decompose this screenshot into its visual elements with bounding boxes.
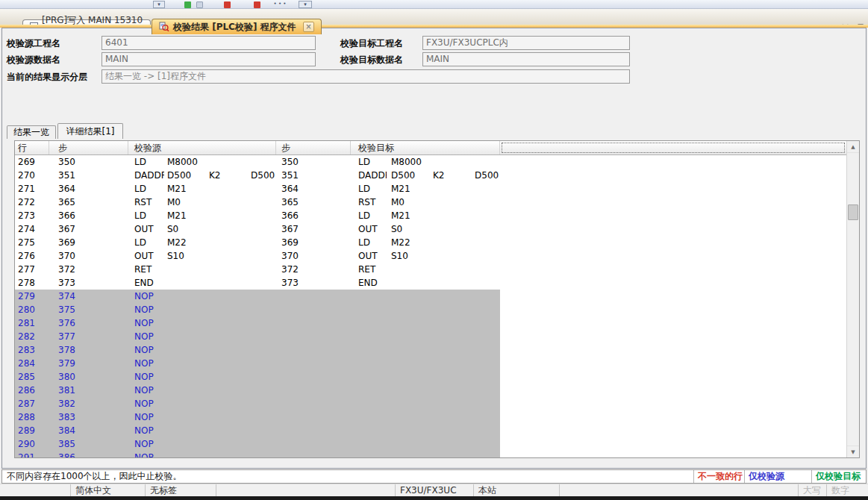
tgt-data-field[interactable]: MAIN: [422, 52, 630, 66]
source-operand: [206, 330, 248, 343]
target-operand: K2: [428, 169, 470, 182]
source-operand: [206, 370, 248, 384]
run-icon[interactable]: [184, 1, 191, 8]
table-row[interactable]: 290 385 NOP: [15, 437, 846, 451]
row-line-number: 275: [15, 236, 49, 249]
dropdown-arrow-icon[interactable]: ▾: [299, 1, 312, 8]
vertical-scrollbar[interactable]: ▲ ▼: [846, 141, 859, 457]
target-operand: [387, 451, 428, 457]
table-row[interactable]: 276 370 OUT S10 370 OUT S10: [15, 249, 846, 263]
table-row[interactable]: 274 367 OUT S0 367 OUT S0: [15, 222, 846, 236]
target-instruction: [351, 370, 387, 384]
table-row[interactable]: 270 351 DADDP D500 K2 D500 351 DADDP D50…: [15, 169, 846, 182]
source-instruction: OUT: [128, 249, 164, 263]
source-step: 374: [49, 290, 128, 303]
target-step: 366: [276, 209, 351, 222]
target-instruction: [351, 357, 387, 370]
source-step: 366: [49, 209, 128, 222]
target-operand: [428, 182, 470, 196]
target-operand: [428, 290, 470, 303]
target-operand: [387, 290, 428, 303]
row-line-number: 284: [15, 357, 49, 370]
scroll-up-icon[interactable]: ▲: [847, 141, 859, 153]
table-row[interactable]: 282 377 NOP: [15, 330, 846, 343]
row-filler: [500, 330, 846, 343]
row-filler: [500, 290, 846, 303]
tgt-project-field[interactable]: FX3U/FX3UCPLC内: [422, 36, 630, 50]
dropdown-arrow-icon[interactable]: ▾: [153, 1, 165, 8]
source-operand: [206, 249, 248, 263]
source-step: 376: [49, 316, 128, 330]
target-operand: [470, 384, 500, 397]
source-operand: [248, 397, 276, 410]
tab-label: 校验结果 [PLC校验] 程序文件: [173, 21, 296, 34]
scroll-down-icon[interactable]: ▼: [847, 446, 859, 457]
source-operand: [206, 209, 248, 222]
table-row[interactable]: 271 364 LD M21 364 LD M21: [15, 182, 846, 196]
source-step: 380: [49, 370, 128, 384]
table-row[interactable]: 288 383 NOP: [15, 410, 846, 424]
source-instruction: NOP: [128, 384, 164, 397]
target-operand: S10: [387, 249, 428, 263]
source-operand: [164, 263, 206, 276]
table-row[interactable]: 269 350 LD M8000 350 LD M8000: [15, 155, 846, 169]
row-filler: [500, 437, 846, 451]
abort-message: 不同内容存在1000个以上，因此中止校验。: [7, 470, 182, 483]
target-operand: M8000: [387, 155, 428, 169]
source-operand: [248, 276, 276, 290]
table-row[interactable]: 273 366 LD M21 366 LD M21: [15, 209, 846, 222]
table-row[interactable]: 280 375 NOP: [15, 303, 846, 316]
col-header-line[interactable]: 行: [15, 141, 49, 154]
stop-icon[interactable]: [224, 1, 231, 8]
table-row[interactable]: 278 373 END 373 END: [15, 276, 846, 290]
status-caps: 大写: [799, 484, 827, 496]
col-header-tgt-step[interactable]: 步: [276, 141, 351, 154]
tab-result-overview[interactable]: 结果一览: [7, 125, 56, 139]
target-operand: D500: [387, 169, 428, 182]
source-operand: [164, 290, 206, 303]
table-row[interactable]: 275 369 LD M22 369 LD M22: [15, 236, 846, 249]
tab-detailed-result[interactable]: 详细结果[1]: [57, 123, 123, 139]
target-operand: [470, 222, 500, 236]
target-operand: M21: [387, 209, 428, 222]
document-tabbar: [PRG]写入 MAIN 15310步 校验结果 [PLC校验] 程序文件 × …: [0, 9, 868, 25]
source-instruction: LD: [128, 155, 164, 169]
grid-icon[interactable]: [196, 1, 203, 8]
table-row[interactable]: 284 379 NOP: [15, 357, 846, 370]
table-row[interactable]: 291 386 NOP: [15, 451, 846, 457]
target-operand: [428, 303, 470, 316]
src-data-field[interactable]: MAIN: [102, 52, 316, 66]
table-row[interactable]: 283 378 NOP: [15, 343, 846, 357]
tab-verify-result[interactable]: 校验结果 [PLC校验] 程序文件 ×: [152, 19, 322, 34]
table-row[interactable]: 286 381 NOP: [15, 384, 846, 397]
src-project-field[interactable]: 6401: [102, 36, 316, 50]
more-dots-icon[interactable]: • • •: [270, 1, 290, 8]
table-row[interactable]: 281 376 NOP: [15, 316, 846, 330]
table-row[interactable]: 279 374 NOP: [15, 290, 846, 303]
source-operand: [164, 330, 206, 343]
status-bar: 简体中文 无标签 FX3U/FX3UC 本站 大写 数字: [0, 484, 868, 496]
close-icon[interactable]: ×: [303, 22, 314, 32]
row-filler: [500, 209, 846, 222]
scrollbar-thumb[interactable]: [848, 204, 858, 220]
col-header-source[interactable]: 校验源: [128, 141, 276, 154]
table-row[interactable]: 289 384 NOP: [15, 424, 846, 437]
source-operand: [248, 451, 276, 457]
display-layer-field[interactable]: 结果一览 -> [1]程序文件: [102, 69, 630, 84]
table-row[interactable]: 272 365 RST M0 365 RST M0: [15, 196, 846, 209]
stop-icon[interactable]: [254, 1, 260, 8]
col-header-rest[interactable]: [500, 141, 846, 154]
target-instruction: LD: [351, 182, 387, 196]
col-header-target[interactable]: 校验目标: [351, 141, 500, 154]
table-row[interactable]: 277 372 RET 372 RET: [15, 263, 846, 276]
row-filler: [500, 303, 846, 316]
table-row[interactable]: 285 380 NOP: [15, 370, 846, 384]
target-step: 373: [276, 276, 351, 290]
target-operand: [428, 249, 470, 263]
target-operand: [387, 343, 428, 357]
target-operand: [470, 370, 500, 384]
target-step: [276, 330, 351, 343]
col-header-src-step[interactable]: 步: [49, 141, 128, 154]
table-row[interactable]: 287 382 NOP: [15, 397, 846, 410]
target-operand: M0: [387, 196, 428, 209]
